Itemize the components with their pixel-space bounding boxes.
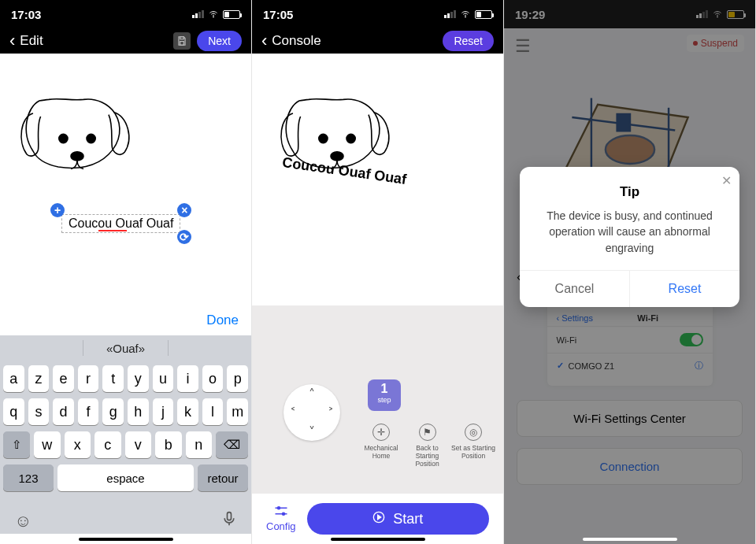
svg-point-14 — [282, 513, 284, 515]
status-right — [192, 9, 240, 19]
config-button[interactable]: Config — [266, 505, 296, 532]
close-icon[interactable]: ✕ — [721, 173, 732, 188]
start-label: Start — [393, 511, 423, 527]
key-h[interactable]: h — [128, 398, 149, 425]
target-icon: ◎ — [465, 424, 482, 441]
svg-point-0 — [213, 17, 214, 17]
modal-reset-button[interactable]: Reset — [630, 271, 739, 307]
key-p[interactable]: p — [227, 365, 248, 392]
next-button[interactable]: Next — [197, 31, 242, 51]
edit-canvas[interactable]: Coucou Ouaf Ouaf + × ⟳ — [0, 54, 251, 305]
modal-cancel-button[interactable]: Cancel — [520, 271, 630, 307]
key-numbers[interactable]: 123 — [3, 464, 54, 491]
set-start-button[interactable]: ◎ Set as Starting Position — [451, 424, 495, 468]
step-label: step — [368, 396, 401, 404]
cellular-icon — [192, 10, 204, 18]
home-indicator[interactable] — [331, 538, 425, 541]
emoji-icon[interactable]: ☺ — [14, 511, 32, 531]
key-n[interactable]: n — [186, 431, 213, 458]
svg-point-7 — [465, 17, 466, 17]
status-time: 17:03 — [11, 8, 41, 21]
nav-title: Console — [272, 33, 321, 49]
key-e[interactable]: e — [53, 365, 74, 392]
dpad-right-icon[interactable]: ˃ — [328, 405, 334, 420]
play-icon — [372, 511, 385, 527]
key-backspace[interactable]: ⌫ — [216, 431, 248, 458]
keyboard: a z e r t y u i o p q s d f g h j k l m … — [0, 361, 251, 505]
mic-icon[interactable] — [221, 510, 237, 532]
tool-row: ✛ Mechanical Home ⚑ Back to Starting Pos… — [359, 424, 495, 468]
text-edit-box[interactable]: Coucou Ouaf Ouaf + × ⟳ — [61, 214, 180, 233]
keyboard-done-button[interactable]: Done — [206, 313, 239, 328]
chevron-left-icon: ‹ — [9, 32, 15, 50]
add-handle-icon[interactable]: + — [50, 203, 65, 217]
dpad-left-icon[interactable]: ˂ — [290, 405, 296, 420]
key-shift[interactable]: ⇧ — [3, 431, 30, 458]
key-l[interactable]: l — [202, 398, 224, 425]
key-b[interactable]: b — [155, 431, 182, 458]
dpad-down-icon[interactable]: ˅ — [309, 424, 315, 439]
flag-icon: ⚑ — [419, 424, 436, 441]
dog-image[interactable] — [14, 82, 140, 176]
svg-point-5 — [71, 152, 83, 161]
key-g[interactable]: g — [102, 398, 124, 425]
svg-rect-6 — [228, 513, 232, 520]
key-k[interactable]: k — [177, 398, 198, 425]
key-return[interactable]: retour — [198, 464, 248, 491]
rotate-handle-icon[interactable]: ⟳ — [177, 230, 191, 244]
key-space[interactable]: espace — [57, 464, 194, 491]
step-value: 1 — [368, 382, 401, 396]
key-s[interactable]: s — [28, 398, 50, 425]
dpad-up-icon[interactable]: ˄ — [309, 387, 315, 402]
reset-button[interactable]: Reset — [443, 31, 494, 51]
status-bar: 17:05 — [252, 0, 503, 28]
key-w[interactable]: w — [34, 431, 61, 458]
key-m[interactable]: m — [227, 398, 248, 425]
key-v[interactable]: v — [125, 431, 152, 458]
key-a[interactable]: a — [3, 365, 24, 392]
key-f[interactable]: f — [78, 398, 99, 425]
nav-bar: ‹ Edit Next — [0, 28, 251, 54]
back-to-start-button[interactable]: ⚑ Back to Starting Position — [406, 424, 450, 468]
step-button[interactable]: 1 step — [368, 379, 401, 411]
key-z[interactable]: z — [28, 365, 50, 392]
key-d[interactable]: d — [53, 398, 74, 425]
key-y[interactable]: y — [128, 365, 149, 392]
key-o[interactable]: o — [202, 365, 224, 392]
key-j[interactable]: j — [153, 398, 174, 425]
wifi-icon — [207, 9, 220, 19]
bottom-bar: Config Start — [252, 494, 503, 544]
spellcheck-underline — [98, 230, 127, 231]
key-r[interactable]: r — [78, 365, 99, 392]
svg-rect-1 — [180, 37, 184, 39]
home-indicator[interactable] — [583, 538, 677, 541]
home-indicator[interactable] — [79, 538, 173, 541]
dpad: ˄ ˂˃ ˅ — [284, 384, 340, 441]
save-icon[interactable] — [173, 32, 191, 50]
svg-point-9 — [346, 134, 355, 142]
keyboard-suggestion[interactable]: «Ouaf» — [106, 342, 145, 355]
key-q[interactable]: q — [3, 398, 24, 425]
key-c[interactable]: c — [94, 431, 121, 458]
svg-point-8 — [319, 134, 328, 142]
delete-handle-icon[interactable]: × — [177, 203, 191, 217]
mechanical-home-button[interactable]: ✛ Mechanical Home — [359, 424, 403, 468]
back-button[interactable]: ‹ Edit — [9, 32, 43, 50]
back-button[interactable]: ‹ Console — [261, 32, 321, 50]
key-i[interactable]: i — [177, 365, 198, 392]
battery-icon — [223, 10, 240, 19]
preview-canvas[interactable]: Coucou Ouaf Ouaf — [252, 54, 503, 305]
svg-rect-2 — [180, 42, 184, 46]
keyboard-bottom: ☺ — [0, 505, 251, 534]
key-t[interactable]: t — [102, 365, 124, 392]
svg-point-4 — [87, 134, 95, 142]
svg-point-12 — [277, 507, 280, 509]
key-u[interactable]: u — [153, 365, 174, 392]
config-label: Config — [266, 520, 296, 532]
keyboard-accessory: Done — [0, 305, 251, 335]
modal-message: The device is busy, and continued operat… — [520, 208, 739, 270]
key-x[interactable]: x — [65, 431, 91, 458]
keyboard-suggestion-bar: «Ouaf» — [0, 335, 251, 361]
svg-point-10 — [331, 152, 343, 161]
start-button[interactable]: Start — [307, 503, 489, 535]
